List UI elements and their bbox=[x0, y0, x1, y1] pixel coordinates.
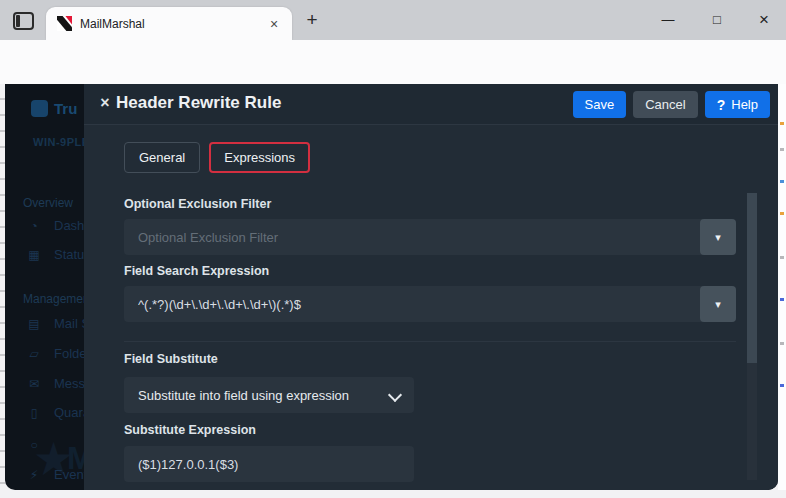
new-tab-button[interactable]: + bbox=[300, 8, 324, 32]
tab-actions-icon[interactable] bbox=[13, 12, 34, 30]
trustwave-brand: Tru bbox=[31, 100, 77, 117]
browser-tab[interactable]: MailMarshal × bbox=[46, 7, 292, 40]
trustwave-logo-icon bbox=[31, 100, 48, 117]
messages-icon: ✉ bbox=[27, 377, 41, 391]
sidebar-section-management: Managemen bbox=[23, 292, 90, 306]
dialog-actions: Save Cancel ?Help bbox=[573, 91, 770, 118]
dialog-close-icon[interactable]: × bbox=[95, 93, 115, 113]
field-substitute-value: Substitute into field using expression bbox=[138, 388, 349, 403]
mailmarshal-favicon bbox=[57, 16, 72, 31]
search-expression-input[interactable] bbox=[124, 286, 736, 322]
sidebar-item-mail-servers[interactable]: ▤ Mail S bbox=[27, 316, 90, 331]
dialog-tabs: General Expressions bbox=[124, 142, 310, 173]
tab-close-icon[interactable]: × bbox=[265, 15, 283, 33]
sidebar-item-messages[interactable]: ✉ Messa bbox=[27, 376, 92, 391]
app-sidebar-dimmed: Tru WIN-9PLE Overview ◔ Dashb ▦ Status M… bbox=[5, 84, 84, 490]
window-maximize-button[interactable]: □ bbox=[701, 5, 733, 35]
dialog-scrollbar[interactable] bbox=[747, 193, 757, 480]
sidebar-item-quarantine[interactable]: ▯ Quara bbox=[27, 405, 90, 420]
exclusion-filter-input[interactable] bbox=[124, 219, 736, 255]
page-area: Tru WIN-9PLE Overview ◔ Dashb ▦ Status M… bbox=[0, 84, 786, 498]
help-question-icon: ? bbox=[717, 97, 726, 113]
tab-general[interactable]: General bbox=[124, 142, 200, 173]
minimap-mark bbox=[780, 384, 784, 387]
app-dark-canvas: Tru WIN-9PLE Overview ◔ Dashb ▦ Status M… bbox=[5, 84, 778, 490]
search-expression-label: Field Search Expression bbox=[124, 264, 269, 278]
sidebar-item-label: Event bbox=[54, 467, 87, 482]
caret-down-icon: ▾ bbox=[715, 298, 721, 311]
quarantine-icon: ▯ bbox=[27, 406, 41, 420]
minimap-mark bbox=[780, 212, 784, 215]
sidebar-section-overview: Overview bbox=[23, 196, 73, 210]
window-minimize-button[interactable]: — bbox=[652, 5, 684, 35]
minimap-mark bbox=[780, 148, 784, 151]
page-scrollbar-minimap[interactable] bbox=[778, 84, 786, 490]
tab-expressions[interactable]: Expressions bbox=[209, 142, 310, 173]
field-substitute-label: Field Substitute bbox=[124, 352, 218, 366]
window-close-button[interactable]: × bbox=[748, 5, 780, 35]
search-expression-dropdown-button[interactable]: ▾ bbox=[700, 286, 736, 322]
save-button[interactable]: Save bbox=[573, 91, 627, 118]
dashboard-icon: ◔ bbox=[27, 219, 41, 233]
mail-servers-icon: ▤ bbox=[27, 317, 41, 331]
exclusion-filter-label: Optional Exclusion Filter bbox=[124, 197, 271, 211]
sidebar-item-label: Folde bbox=[54, 346, 87, 361]
sidebar-item-event[interactable]: ⚡ Event bbox=[27, 467, 87, 482]
minimap-mark bbox=[780, 180, 784, 183]
minimap-mark bbox=[780, 298, 784, 301]
folders-icon: ▱ bbox=[27, 347, 41, 361]
cancel-button[interactable]: Cancel bbox=[633, 91, 697, 118]
dialog-header: × Header Rewrite Rule Save Cancel ?Help bbox=[84, 84, 778, 125]
minimap-mark bbox=[780, 256, 784, 259]
dialog-scrollbar-thumb[interactable] bbox=[747, 193, 757, 363]
dialog-title: Header Rewrite Rule bbox=[116, 93, 281, 113]
help-label: Help bbox=[731, 97, 758, 112]
browser-window: MailMarshal × + — □ × ← ↻ https://win-9p… bbox=[0, 0, 786, 498]
form-divider bbox=[124, 341, 736, 342]
brand-text: Tru bbox=[54, 100, 77, 117]
field-substitute-select[interactable]: Substitute into field using expression bbox=[124, 377, 414, 413]
minimap-mark bbox=[780, 122, 784, 125]
tab-title: MailMarshal bbox=[80, 17, 145, 31]
server-hostname: WIN-9PLE bbox=[33, 136, 90, 148]
sidebar-item-dashboard[interactable]: ◔ Dashb bbox=[27, 218, 92, 233]
status-icon: ▦ bbox=[27, 248, 41, 262]
substitute-expression-input[interactable] bbox=[124, 446, 414, 482]
header-rewrite-rule-dialog: × Header Rewrite Rule Save Cancel ?Help … bbox=[84, 84, 778, 490]
sidebar-item-status[interactable]: ▦ Status bbox=[27, 247, 91, 262]
browser-toolbar: ← ↻ https://win-9ple59rsfcr/email-policy… bbox=[0, 40, 786, 84]
substitute-expression-label: Substitute Expression bbox=[124, 423, 256, 437]
event-icon: ⚡ bbox=[27, 468, 41, 482]
minimap-mark bbox=[780, 342, 784, 345]
help-button[interactable]: ?Help bbox=[705, 91, 770, 118]
chevron-down-icon bbox=[388, 388, 402, 402]
browser-titlebar: MailMarshal × + — □ × bbox=[0, 0, 786, 40]
caret-down-icon: ▾ bbox=[715, 231, 721, 244]
exclusion-filter-dropdown-button[interactable]: ▾ bbox=[700, 219, 736, 255]
sidebar-item-folders[interactable]: ▱ Folde bbox=[27, 346, 87, 361]
